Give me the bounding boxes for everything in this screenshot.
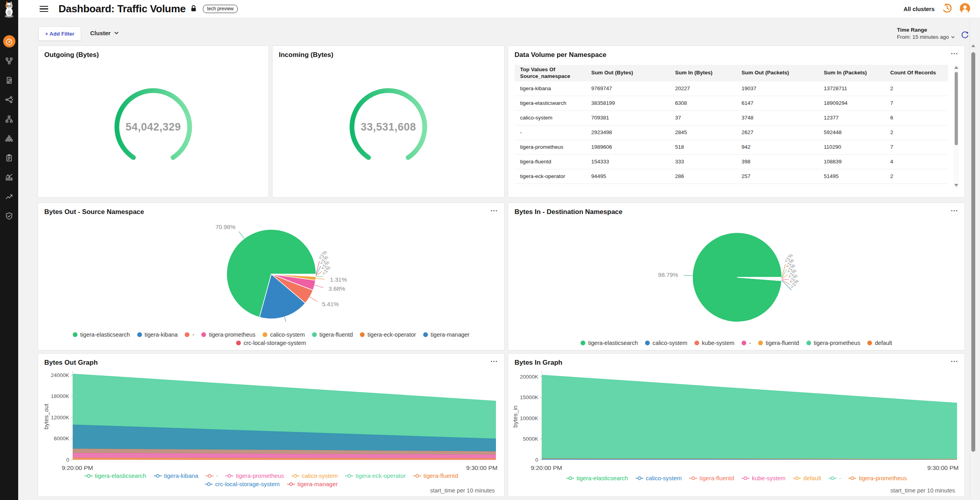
table-cell: tigera-fluentd [515, 159, 586, 165]
column-header[interactable]: Count Of Records [885, 68, 948, 78]
area-svg: 06000K12000K18000K24000Kbytes_out9:20:00… [38, 367, 504, 471]
table-row: calico-system709381373748123776 [515, 111, 948, 125]
column-header[interactable]: Sum Out (Packets) [736, 68, 818, 78]
legend-item-crc-local-storage-system[interactable]: crc-local-storage-system [236, 340, 306, 346]
legend-item-crc-local-storage-system[interactable]: crc-local-storage-system [204, 481, 280, 487]
column-header[interactable]: Top Values Of Source_namespace [515, 65, 586, 81]
panel-menu-icon[interactable]: ... [951, 356, 958, 364]
time-range-value[interactable]: From: 15 minutes ago [897, 34, 955, 40]
legend-item-tigera-eck-operator[interactable]: tigera-eck-operator [345, 472, 406, 479]
add-filter-button[interactable]: + Add Filter [38, 27, 81, 41]
legend-item--[interactable]: - [185, 331, 194, 338]
series-marker-icon [291, 474, 300, 478]
table-scrollbar-thumb[interactable] [955, 72, 958, 145]
hamburger-menu-icon[interactable] [40, 6, 48, 12]
column-header[interactable]: Sum In (Bytes) [670, 68, 736, 78]
legend-label: crc-local-storage-system [244, 340, 306, 346]
legend-item-tigera-elasticsearch[interactable]: tigera-elasticsearch [84, 472, 146, 479]
sidebar-item-network[interactable] [0, 109, 18, 129]
scroll-down-icon[interactable] [954, 184, 958, 187]
column-header[interactable]: Sum In (Packets) [818, 68, 885, 78]
refresh-icon[interactable] [960, 30, 969, 41]
sidebar-item-policies[interactable] [0, 70, 18, 90]
sidebar-item-dashboard[interactable] [0, 32, 18, 51]
legend-item-calico-system[interactable]: calico-system [645, 340, 687, 346]
cluster-dropdown[interactable]: Cluster [90, 30, 119, 36]
series-marker-icon [689, 476, 698, 480]
sidebar-item-metrics[interactable] [0, 167, 18, 187]
legend-item--[interactable]: - [205, 472, 218, 479]
legend-item-tigera-eck-operator[interactable]: tigera-eck-operator [360, 331, 416, 338]
legend-label: calico-system [646, 475, 682, 481]
table-scrollbar[interactable] [954, 65, 959, 189]
sidebar-item-compliance[interactable] [0, 148, 18, 167]
panel-menu-icon[interactable]: ... [951, 48, 958, 56]
panel-title: Data Volume per Namespace [515, 51, 606, 59]
table-cell: 2627 [736, 129, 818, 135]
legend-item-tigera-manager[interactable]: tigera-manager [287, 481, 338, 487]
panel-menu-icon[interactable]: ... [490, 356, 498, 364]
legend-item-tigera-fluentd[interactable]: tigera-fluentd [413, 472, 458, 479]
calico-cat-logo[interactable] [0, 0, 18, 19]
legend-item-calico-system[interactable]: calico-system [291, 472, 338, 479]
legend-item-tigera-fluentd[interactable]: tigera-fluentd [689, 475, 734, 481]
legend-label: tigera-manager [431, 331, 469, 338]
table-cell: 7 [885, 144, 948, 150]
legend-item-tigera-manager[interactable]: tigera-manager [423, 331, 469, 338]
app-root: Dashboard: Traffic Volume tech preview A… [0, 0, 980, 500]
legend-item-tigera-prometheus[interactable]: tigera-prometheus [225, 472, 284, 479]
legend-item-tigera-fluentd[interactable]: tigera-fluentd [312, 331, 353, 338]
user-avatar[interactable] [959, 3, 971, 15]
page-scrollbar-thumb[interactable] [971, 52, 975, 452]
history-icon[interactable] [942, 3, 952, 15]
legend-item--[interactable]: - [828, 475, 841, 481]
sidebar-item-trends[interactable] [0, 187, 18, 206]
x-axis-title: start_time per 10 minutes [430, 487, 495, 494]
scroll-up-icon[interactable] [971, 44, 975, 47]
table-cell: 27007 [586, 188, 670, 189]
table-row: tigera-kibana97697472022719037137287112 [515, 81, 948, 96]
legend-item-default[interactable]: default [793, 475, 821, 481]
legend-dot-icon [73, 332, 78, 337]
legend-item-calico-system[interactable]: calico-system [635, 475, 682, 481]
sidebar-item-security[interactable] [0, 206, 18, 225]
table-cell: tigera-elasticsearch [515, 100, 586, 106]
legend-item-tigera-elasticsearch[interactable]: tigera-elasticsearch [581, 340, 638, 346]
legend-item-kube-system[interactable]: kube-system [741, 475, 785, 481]
table-cell: 3 [885, 188, 948, 189]
series-marker-icon [84, 474, 93, 478]
sidebar-item-cluster[interactable] [0, 129, 18, 148]
pie-label: 5.41% [322, 301, 339, 307]
legend-item-tigera-kibana[interactable]: tigera-kibana [137, 331, 178, 338]
column-header[interactable]: Sum Out (Bytes) [586, 68, 670, 78]
legend-item--[interactable]: - [742, 340, 751, 346]
legend-item-tigera-prometheus[interactable]: tigera-prometheus [848, 475, 907, 481]
legend-label: - [839, 475, 841, 481]
pie-legend-row: tigera-elasticsearchcalico-systemkube-sy… [508, 340, 965, 346]
legend-item-tigera-prometheus[interactable]: tigera-prometheus [201, 331, 255, 338]
legend-item-tigera-elasticsearch[interactable]: tigera-elasticsearch [73, 331, 130, 338]
legend-dot-icon [742, 341, 746, 345]
sidebar-item-connections[interactable] [0, 90, 18, 109]
panel-menu-icon[interactable]: ... [490, 205, 498, 213]
legend-item-kube-system[interactable]: kube-system [694, 340, 734, 346]
panel-menu-icon[interactable]: ... [951, 205, 958, 213]
legend-item-tigera-elasticsearch[interactable]: tigera-elasticsearch [566, 475, 628, 481]
page-scrollbar[interactable] [970, 18, 976, 500]
legend-item-tigera-prometheus[interactable]: tigera-prometheus [806, 340, 861, 346]
pie-label: 3.68% [328, 285, 345, 292]
series-marker-icon [793, 476, 801, 480]
sidebar-item-service-graph[interactable] [0, 51, 18, 70]
graph-legend-row: tigera-elasticsearchtigera-kibana-tigera… [38, 472, 504, 479]
legend-label: - [216, 472, 218, 479]
svg-text:bytes_in: bytes_in [512, 405, 518, 428]
legend-item-calico-system[interactable]: calico-system [263, 331, 305, 338]
legend-dot-icon [185, 332, 189, 337]
scroll-up-icon[interactable] [954, 66, 958, 69]
table-cell: 518 [670, 144, 736, 150]
svg-text:6000K: 6000K [54, 436, 69, 441]
legend-item-tigera-kibana[interactable]: tigera-kibana [153, 472, 199, 479]
legend-label: tigera-manager [297, 481, 338, 487]
legend-item-tigera-fluentd[interactable]: tigera-fluentd [758, 340, 799, 346]
legend-item-default[interactable]: default [867, 340, 892, 346]
